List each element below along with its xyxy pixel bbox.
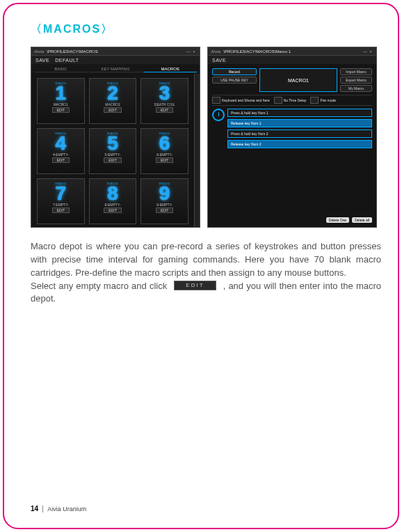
tab-keymapping[interactable]: KEY MAPPING	[89, 66, 143, 72]
no-time-delay-option[interactable]: No Time Delay	[274, 97, 307, 104]
close-icon[interactable]: ×	[368, 49, 373, 54]
edit-button[interactable]: EDIT	[104, 107, 121, 113]
default-menu[interactable]: DEFAULT	[55, 58, 79, 63]
minimize-icon[interactable]: —	[362, 49, 368, 54]
record-button[interactable]: Record	[212, 68, 257, 75]
macro-number: 8	[107, 185, 118, 202]
edit-button[interactable]: EDIT	[104, 157, 121, 163]
macros-window: Aivia \PROFILES\ACY\MACROS — × SAVE DEFA…	[31, 47, 200, 228]
paragraph-2: Select any empty macro and click EDIT , …	[31, 280, 381, 306]
paragraph-1: Macro depot is where you can pre-record …	[31, 240, 381, 280]
my-macro-button[interactable]: My Macro	[340, 85, 372, 92]
delete-one-button[interactable]: Delete One	[326, 217, 349, 223]
step-list: Press & hold key Num 1 Release key Num 1…	[227, 109, 372, 214]
page-footer: 14 Aivia Uranium	[31, 505, 86, 513]
kbm-option[interactable]: Keyboard and Mouse and here	[212, 97, 270, 104]
macro-number: 6	[159, 135, 170, 152]
save-menu[interactable]: SAVE	[35, 58, 49, 63]
section-title: 〈MACROS〉	[31, 22, 381, 37]
macro-number: 4	[56, 135, 67, 152]
clock-column	[212, 109, 225, 214]
macro-number: 2	[107, 85, 118, 102]
edit-button[interactable]: EDIT	[156, 107, 173, 113]
window-path: \PROFILES\ACY\MACROS\Macro 1	[223, 49, 362, 54]
scrollbar[interactable]	[194, 74, 200, 227]
inline-edit-button[interactable]: EDIT	[174, 281, 216, 290]
body-text: Macro depot is where you can pre-record …	[31, 240, 381, 306]
macro-number: 7	[56, 185, 67, 202]
editor-right-controls: Import Macro Export Macro My Macro	[340, 68, 372, 92]
edit-button[interactable]: EDIT	[52, 107, 70, 113]
macro-number: 3	[159, 85, 170, 102]
editor-top-row: Record USE PAUSE KEY MACRO1 Import Macro…	[212, 68, 372, 92]
app-logo: Aivia	[211, 49, 220, 54]
delete-all-button[interactable]: Delete all	[352, 217, 372, 223]
menubar: SAVE	[208, 56, 376, 64]
export-macro-button[interactable]: Export Macro	[340, 77, 372, 84]
import-macro-button[interactable]: Import Macro	[340, 68, 372, 75]
macro-name: 9-EMPTY-	[156, 203, 172, 207]
window-body: macro 1 MACRO1 EDIT macro 2 MACRO2 EDIT …	[31, 74, 200, 227]
tab-macros[interactable]: MACROS	[143, 66, 197, 72]
macro-name: MACRO2	[105, 102, 120, 107]
macro-step[interactable]: Press & hold key Num 1	[227, 109, 372, 117]
minimize-icon[interactable]: —	[186, 49, 191, 54]
footer-separator	[42, 506, 43, 513]
macro-step[interactable]: Release key Num 1	[227, 119, 372, 127]
editor-body: Record USE PAUSE KEY MACRO1 Import Macro…	[208, 64, 376, 227]
macro-slot[interactable]: macro 6 6-EMPTY- EDIT	[140, 128, 188, 174]
macro-number: 5	[107, 135, 118, 152]
macro-step[interactable]: Release key Num 2	[227, 140, 372, 148]
macro-slot[interactable]: macro 2 MACRO2 EDIT	[89, 78, 137, 124]
edit-button[interactable]: EDIT	[156, 157, 173, 163]
fire-mode-option[interactable]: Fire mode	[310, 97, 336, 104]
product-name: Aivia Uranium	[47, 506, 86, 513]
macro-name: 7-EMPTY-	[53, 203, 69, 207]
keyboard-icon	[212, 97, 220, 104]
macro-editor-window: Aivia \PROFILES\ACY\MACROS\Macro 1 — × S…	[207, 47, 377, 228]
macro-grid: macro 1 MACRO1 EDIT macro 2 MACRO2 EDIT …	[31, 74, 194, 227]
macro-slot[interactable]: macro 1 MACRO1 EDIT	[37, 78, 85, 124]
macro-name: 4-EMPTY-	[53, 152, 69, 157]
macro-slot[interactable]: macro 7 7-EMPTY- EDIT	[37, 178, 85, 224]
app-logo: Aivia	[34, 49, 44, 54]
tab-basic[interactable]: BASIC	[34, 66, 88, 72]
close-icon[interactable]: ×	[191, 49, 197, 54]
macro-name: MACRO1	[54, 102, 68, 107]
menubar: SAVE DEFAULT	[31, 56, 200, 64]
macro-name: 5-EMPTY-	[105, 152, 121, 157]
delay-icon	[274, 97, 282, 104]
macro-number: 9	[159, 185, 170, 202]
ntd-label: No Time Delay	[284, 98, 307, 102]
edit-button[interactable]: EDIT	[52, 157, 70, 163]
macro-step[interactable]: Press & hold key Num 2	[227, 130, 372, 138]
macro-name-field[interactable]: MACRO1	[259, 68, 337, 92]
use-pause-button[interactable]: USE PAUSE KEY	[212, 77, 257, 84]
macro-name: DEATH COIL	[154, 102, 175, 107]
macro-name: 6-EMPTY-	[156, 152, 172, 157]
timeline: Press & hold key Num 1 Release key Num 1…	[212, 109, 372, 214]
macro-slot[interactable]: macro 9 9-EMPTY- EDIT	[140, 178, 188, 224]
tabbar: BASIC KEY MAPPING MACROS	[31, 64, 200, 74]
editor-bottom-row: Delete One Delete all	[212, 217, 372, 223]
page-content: 〈MACROS〉 Aivia \PROFILES\ACY\MACROS — × …	[0, 0, 402, 306]
macro-slot[interactable]: macro 4 4-EMPTY- EDIT	[37, 128, 85, 174]
p2-part-a: Select any empty macro and click	[31, 281, 170, 291]
titlebar: Aivia \PROFILES\ACY\MACROS — ×	[31, 47, 200, 56]
fire-label: Fire mode	[320, 98, 336, 102]
clock-icon	[212, 109, 225, 121]
macro-slot[interactable]: macro 8 8-EMPTY- EDIT	[89, 178, 137, 224]
page-number: 14	[31, 505, 38, 513]
macro-number: 1	[56, 85, 67, 102]
macro-slot[interactable]: macro 5 5-EMPTY- EDIT	[89, 128, 137, 174]
kbm-label: Keyboard and Mouse and here	[222, 98, 270, 102]
screenshot-row: Aivia \PROFILES\ACY\MACROS — × SAVE DEFA…	[31, 47, 381, 228]
macro-slot[interactable]: macro 3 DEATH COIL EDIT	[140, 78, 188, 124]
titlebar: Aivia \PROFILES\ACY\MACROS\Macro 1 — ×	[208, 47, 376, 56]
edit-button[interactable]: EDIT	[104, 208, 121, 213]
editor-left-controls: Record USE PAUSE KEY	[212, 68, 257, 92]
macro-name: 8-EMPTY-	[105, 203, 121, 207]
edit-button[interactable]: EDIT	[156, 208, 173, 213]
edit-button[interactable]: EDIT	[52, 208, 70, 213]
save-menu[interactable]: SAVE	[212, 58, 226, 63]
